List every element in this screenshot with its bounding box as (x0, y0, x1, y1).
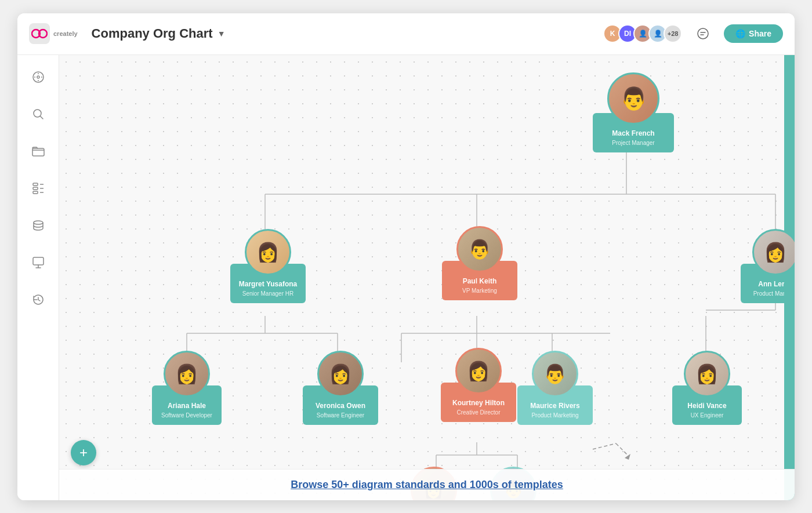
bottom-banner: Browse 50+ diagram standards and 1000s o… (59, 469, 795, 500)
present-icon[interactable] (28, 252, 49, 273)
node-maurice[interactable]: 👨 Maurice Rivers Product Marketing (517, 351, 593, 425)
photo-mack: 👨 (607, 72, 659, 125)
history-icon[interactable] (28, 289, 49, 310)
compass-icon[interactable] (28, 67, 49, 88)
sidebar (17, 55, 59, 500)
node-veronica[interactable]: 👩 Veronica Owen Software Engineer (303, 351, 378, 425)
svg-rect-7 (33, 183, 38, 185)
photo-veronica: 👩 (317, 351, 364, 397)
photo-heidi: 👩 (684, 351, 730, 397)
svg-line-38 (616, 443, 628, 455)
node-paul[interactable]: 👨 Paul Keith VP Marketing (442, 226, 517, 301)
database-icon[interactable] (28, 215, 49, 236)
photo-ariana: 👩 (164, 351, 210, 397)
doc-title: Company Org Chart (92, 26, 213, 41)
title-area: Company Org Chart ▼ (92, 26, 594, 41)
photo-ann: 👩 (752, 229, 795, 275)
browse-link[interactable]: Browse 50+ diagram standards and 1000s o… (291, 479, 563, 490)
svg-line-37 (593, 443, 616, 449)
comment-button[interactable] (691, 22, 715, 45)
logo-icon (29, 23, 50, 44)
node-ariana[interactable]: 👩 Ariana Hale Software Developer (152, 351, 222, 425)
share-icon: 🌐 (735, 29, 745, 38)
logo: creately (29, 23, 78, 44)
node-mack[interactable]: 👨 Mack French Project Manager (593, 72, 674, 153)
photo-maurice: 👨 (532, 351, 578, 397)
folder-icon[interactable] (28, 141, 49, 162)
header: creately Company Org Chart ▼ K DI 👤 👤 +2… (17, 13, 795, 55)
avatars-group: K DI 👤 👤 +28 (603, 24, 682, 43)
photo-paul: 👨 (456, 226, 503, 272)
node-margret[interactable]: 👩 Margret Yusafona Senior Manager HR (230, 229, 306, 304)
logo-text: creately (53, 30, 78, 37)
svg-rect-6 (32, 148, 44, 156)
share-button[interactable]: 🌐 Share (724, 24, 783, 43)
svg-point-2 (698, 28, 708, 39)
main-area: 👨 Mack French Project Manager 👩 Margret … (17, 55, 795, 500)
side-panel-partial (784, 55, 795, 500)
svg-point-4 (37, 76, 39, 78)
tree-lines (59, 55, 795, 500)
svg-marker-39 (625, 454, 630, 460)
dropdown-arrow-icon[interactable]: ▼ (217, 29, 226, 38)
svg-point-13 (34, 221, 43, 224)
svg-rect-14 (33, 257, 44, 265)
avatar-plus[interactable]: +28 (664, 24, 682, 43)
shapes-icon[interactable] (28, 178, 49, 199)
photo-margret: 👩 (245, 229, 291, 275)
canvas[interactable]: 👨 Mack French Project Manager 👩 Margret … (59, 55, 795, 500)
search-icon[interactable] (28, 104, 49, 125)
photo-kourtney: 👩 (455, 348, 502, 394)
svg-rect-9 (33, 191, 38, 194)
node-kourtney[interactable]: 👩 Kourtney Hilton Creative Director (441, 348, 516, 423)
fab-button[interactable]: + (71, 440, 96, 465)
node-heidi[interactable]: 👩 Heidi Vance UX Engineer (672, 351, 742, 425)
svg-rect-8 (33, 187, 38, 190)
app-container: creately Company Org Chart ▼ K DI 👤 👤 +2… (17, 13, 795, 500)
